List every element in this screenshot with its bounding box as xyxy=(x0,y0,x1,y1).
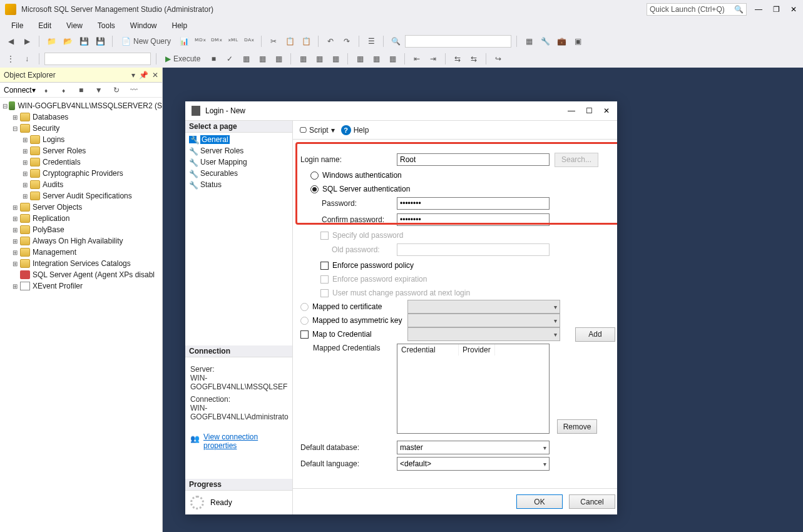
expand-icon[interactable]: ⊞ xyxy=(21,158,29,166)
indent2-button[interactable]: ⇥ xyxy=(426,52,440,66)
windows-auth-radio[interactable]: Windows authentication xyxy=(300,168,615,182)
menu-help[interactable]: Help xyxy=(166,20,194,31)
results-text-button[interactable]: ▦ xyxy=(312,52,326,66)
default-language-combo[interactable]: <default> ▾ xyxy=(397,457,550,471)
stop2-button[interactable]: ⬧ xyxy=(57,83,71,97)
toolbar2-btn2[interactable]: ↓ xyxy=(20,52,34,66)
refresh-button[interactable]: ↻ xyxy=(110,83,123,97)
new-query-button[interactable]: 📄 New Query xyxy=(118,34,175,48)
help-button[interactable]: ? Help xyxy=(341,125,369,135)
indent-button[interactable]: ▦ xyxy=(386,52,399,66)
new-project-button[interactable]: 📁 xyxy=(44,34,58,48)
mapped-certificate-radio[interactable]: Mapped to certificate ▾ xyxy=(300,300,615,314)
undo-button[interactable]: ↶ xyxy=(324,34,337,48)
mapped-asymmetric-radio[interactable]: Mapped to asymmetric key ▾ xyxy=(300,314,615,327)
tree-credentials[interactable]: ⊞Credentials xyxy=(0,156,162,168)
registered-servers-button[interactable]: 💼 xyxy=(555,34,568,48)
page-user-mapping[interactable]: 🔧User Mapping xyxy=(185,156,292,168)
dialog-minimize-icon[interactable]: — xyxy=(567,106,576,115)
tree-server-objects[interactable]: ⊞Server Objects xyxy=(0,202,162,213)
include-stats-button[interactable]: ▦ xyxy=(272,52,285,66)
expand-icon[interactable]: ⊞ xyxy=(21,147,29,155)
tree-audits[interactable]: ⊞Audits xyxy=(0,179,162,190)
script-button[interactable]: 🖵 Script ▾ xyxy=(299,126,335,135)
page-server-roles[interactable]: 🔧Server Roles xyxy=(185,145,292,156)
find-button[interactable]: 🔍 xyxy=(389,34,402,48)
outdent-button[interactable]: ⇤ xyxy=(410,52,424,66)
tree-logins[interactable]: ⊞Logins xyxy=(0,134,162,145)
tree-integration-services[interactable]: ⊞Integration Services Catalogs xyxy=(0,258,162,269)
open-file-button[interactable]: 📂 xyxy=(61,34,74,48)
forward-button[interactable]: ▶ xyxy=(20,34,34,48)
page-securables[interactable]: 🔧Securables xyxy=(185,168,292,179)
db-query-button[interactable]: 📊 xyxy=(177,34,191,48)
dialog-close-icon[interactable]: ✕ xyxy=(602,106,611,115)
expand-icon[interactable]: ⊞ xyxy=(21,192,29,200)
filter-button[interactable]: ▼ xyxy=(92,83,106,97)
enforce-policy-check[interactable]: Enforce password policy xyxy=(300,258,615,272)
tree-always-on[interactable]: ⊞Always On High Availability xyxy=(0,235,162,247)
results-grid-button[interactable]: ▦ xyxy=(296,52,310,66)
remove-button[interactable]: Remove xyxy=(557,419,597,434)
cancel-button[interactable]: Cancel xyxy=(569,494,615,509)
tree-replication[interactable]: ⊞Replication xyxy=(0,213,162,224)
close-panel-icon[interactable]: ✕ xyxy=(152,71,158,79)
activity-monitor-button[interactable]: ▦ xyxy=(522,34,536,48)
disconnect-button[interactable]: ⬧ xyxy=(39,83,53,97)
view-connection-properties-link[interactable]: View connection properties xyxy=(203,432,287,450)
tree-polybase[interactable]: ⊞PolyBase xyxy=(0,224,162,235)
connect-button[interactable]: Connect▾ xyxy=(4,86,36,95)
default-database-combo[interactable]: master ▾ xyxy=(397,441,550,454)
specify-values-button[interactable]: ⇆ xyxy=(451,52,464,66)
back-button[interactable]: ◀ xyxy=(4,34,18,48)
comment-button[interactable]: ▦ xyxy=(353,52,367,66)
ok-button[interactable]: OK xyxy=(516,494,563,509)
display-plan-button[interactable]: ▦ xyxy=(239,52,253,66)
expand-icon[interactable]: ⊞ xyxy=(11,226,19,233)
dmx-button[interactable]: ᴰᴹˣ xyxy=(210,34,223,48)
search-button[interactable]: Search... xyxy=(555,153,598,167)
database-combo[interactable] xyxy=(44,53,151,65)
dax-button[interactable]: ᴰᴬˣ xyxy=(242,34,256,48)
tree-sql-agent[interactable]: SQL Server Agent (Agent XPs disabl xyxy=(0,269,162,280)
expand-icon[interactable]: ⊞ xyxy=(21,181,29,188)
save-button[interactable]: 💾 xyxy=(77,34,91,48)
results-file-button[interactable]: ▦ xyxy=(329,52,342,66)
sql-auth-radio[interactable]: SQL Server authentication xyxy=(300,182,615,196)
specify-values2-button[interactable]: ⇆ xyxy=(467,52,481,66)
execute-button[interactable]: ▶ Execute xyxy=(161,52,204,66)
close-icon[interactable]: ✕ xyxy=(789,5,798,14)
tree-server-roles[interactable]: ⊞Server Roles xyxy=(0,145,162,156)
minimize-icon[interactable]: — xyxy=(754,5,763,14)
add-button[interactable]: Add xyxy=(575,327,615,342)
page-general[interactable]: 🔧General xyxy=(185,134,292,145)
expand-icon[interactable]: ⊞ xyxy=(11,237,19,245)
tree-crypto-providers[interactable]: ⊞Cryptographic Providers xyxy=(0,168,162,179)
stop3-button[interactable]: ■ xyxy=(74,83,88,97)
tree-server-audit-specs[interactable]: ⊞Server Audit Specifications xyxy=(0,190,162,202)
include-plan-button[interactable]: ▦ xyxy=(255,52,269,66)
map-credential-check[interactable]: Map to Credential ▾ Add xyxy=(300,327,615,341)
confirm-password-input[interactable] xyxy=(397,213,550,226)
expand-icon[interactable]: ⊞ xyxy=(11,203,19,211)
find-combo[interactable] xyxy=(405,35,511,48)
properties-button[interactable]: ☰ xyxy=(364,34,378,48)
password-input[interactable] xyxy=(397,197,550,210)
expand-icon[interactable]: ⊞ xyxy=(11,248,19,256)
cut-button[interactable]: ✂ xyxy=(267,34,280,48)
dropdown-icon[interactable]: ▾ xyxy=(131,71,135,79)
tools-button[interactable]: 🔧 xyxy=(538,34,552,48)
expand-icon[interactable]: ⊞ xyxy=(11,215,19,222)
expand-icon[interactable]: ⊞ xyxy=(11,260,19,267)
tree-xevent-profiler[interactable]: ⊞XEvent Profiler xyxy=(0,280,162,292)
object-explorer-button[interactable]: ▣ xyxy=(571,34,585,48)
pulse-button[interactable]: 〰 xyxy=(127,83,141,97)
paste-button[interactable]: 📋 xyxy=(299,34,313,48)
save-all-button[interactable]: 💾 xyxy=(93,34,107,48)
dialog-maximize-icon[interactable]: ☐ xyxy=(585,106,593,115)
redo-button[interactable]: ↷ xyxy=(340,34,354,48)
xmla-button[interactable]: ˣᴹᴸ xyxy=(226,34,240,48)
tree-security[interactable]: ⊟ Security xyxy=(0,123,162,134)
tree-databases[interactable]: ⊞ Databases xyxy=(0,111,162,123)
mdx-button[interactable]: ᴹᴰˣ xyxy=(193,34,207,48)
